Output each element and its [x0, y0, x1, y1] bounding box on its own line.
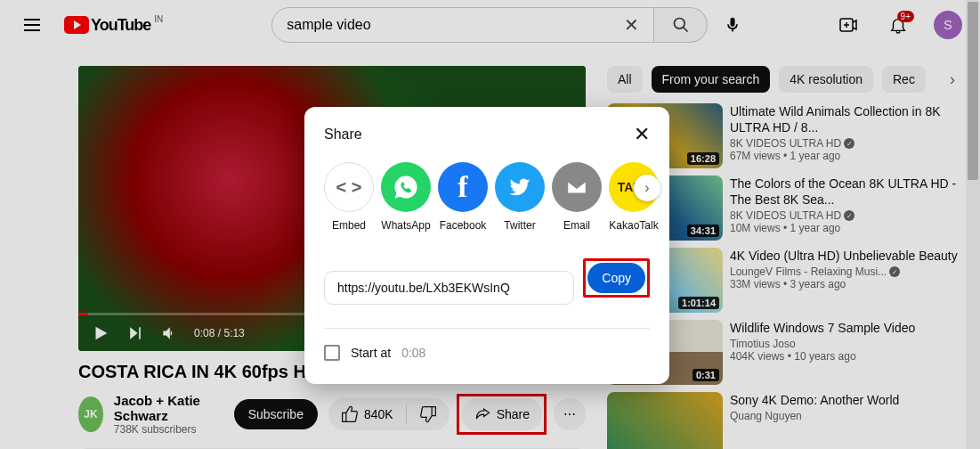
- clear-search-icon[interactable]: ✕: [624, 14, 639, 36]
- rec-title: Wildlife Windows 7 Sample Video: [730, 320, 959, 336]
- volume-button[interactable]: [160, 324, 178, 342]
- voice-search-button[interactable]: [715, 7, 750, 43]
- more-actions-button[interactable]: ⋯: [554, 398, 586, 430]
- chips-next-icon[interactable]: ›: [946, 67, 959, 93]
- share-icon: [474, 405, 491, 423]
- rec-title: Sony 4K Demo: Another World: [730, 392, 959, 408]
- thumbs-down-icon: [419, 405, 437, 423]
- thumbnail: [607, 392, 723, 449]
- account-avatar[interactable]: S: [930, 7, 966, 43]
- recommendation-item[interactable]: Sony 4K Demo: Another World Quang Nguyen: [607, 392, 959, 449]
- rec-title: Ultimate Wild Animals Collection in 8K U…: [730, 103, 959, 135]
- share-button[interactable]: Share: [461, 398, 542, 430]
- duration-badge: 1:01:14: [678, 297, 719, 309]
- copy-highlight-box: Copy: [583, 258, 650, 298]
- email-icon: [552, 162, 602, 212]
- share-embed[interactable]: < > Embed: [324, 162, 374, 232]
- share-label: Facebook: [440, 219, 487, 232]
- share-label: WhatsApp: [381, 219, 430, 232]
- search-box: ✕: [271, 7, 654, 43]
- share-facebook[interactable]: f Facebook: [438, 162, 488, 232]
- country-code: IN: [154, 14, 163, 24]
- channel-avatar[interactable]: JK: [78, 396, 103, 432]
- scrollbar-track[interactable]: [966, 0, 980, 449]
- whatsapp-icon: [381, 162, 431, 212]
- verified-icon: ✓: [844, 138, 854, 149]
- play-button[interactable]: [91, 323, 110, 343]
- thumbs-up-icon: [341, 405, 359, 423]
- logo-text: YouTube: [91, 16, 150, 35]
- share-url-box: [324, 271, 574, 305]
- like-count: 840K: [364, 407, 393, 421]
- rec-channel: LoungeV Films - Relaxing Musi...: [730, 265, 887, 278]
- channel-name[interactable]: Jacob + Katie Schwarz: [114, 393, 215, 423]
- time-display: 0:08 / 5:13: [194, 327, 245, 339]
- share-label: Email: [563, 219, 590, 232]
- rec-meta: 404K views • 10 years ago: [730, 350, 959, 363]
- share-highlight-box: Share: [457, 394, 547, 435]
- youtube-logo[interactable]: YouTube IN: [64, 16, 150, 35]
- svg-point-0: [674, 19, 684, 29]
- subscriber-count: 738K subscribers: [114, 423, 215, 436]
- rec-meta: 10M views • 1 year ago: [730, 222, 959, 234]
- embed-icon: < >: [324, 162, 374, 212]
- subscribe-button[interactable]: Subscribe: [234, 399, 318, 429]
- next-button[interactable]: [126, 324, 144, 342]
- share-label: Embed: [332, 219, 366, 232]
- svg-line-1: [683, 28, 687, 32]
- chip-4k[interactable]: 4K resolution: [779, 66, 873, 93]
- facebook-icon: f: [438, 162, 488, 212]
- share-url-input[interactable]: [337, 281, 564, 295]
- share-label: Twitter: [504, 219, 535, 232]
- like-dislike-pill: 840K: [328, 398, 450, 430]
- copy-button[interactable]: Copy: [587, 263, 645, 293]
- header: YouTube IN ✕ 9+ S: [0, 0, 980, 50]
- rec-channel: Quang Nguyen: [730, 410, 802, 422]
- search-input[interactable]: [287, 17, 624, 33]
- mic-icon: [724, 16, 741, 34]
- rec-channel: 8K VIDEOS ULTRA HD: [730, 137, 841, 150]
- share-label: Share: [497, 407, 530, 421]
- share-dialog: Share ✕ < > Embed WhatsApp f Facebook Tw…: [304, 107, 669, 384]
- share-email[interactable]: Email: [552, 162, 602, 232]
- rec-title: 4K Video (Ultra HD) Unbelievable Beauty: [730, 248, 959, 264]
- close-icon[interactable]: ✕: [634, 123, 650, 146]
- rec-meta: 67M views • 1 year ago: [730, 150, 959, 162]
- startat-time: 0:08: [401, 346, 425, 360]
- share-twitter[interactable]: Twitter: [495, 162, 545, 232]
- search-icon: [672, 16, 690, 34]
- play-icon: [64, 16, 89, 34]
- chip-all[interactable]: All: [607, 66, 643, 93]
- share-whatsapp[interactable]: WhatsApp: [381, 162, 431, 232]
- dislike-button[interactable]: [407, 398, 450, 430]
- chip-rec[interactable]: Rec: [882, 66, 926, 93]
- duration-badge: 16:28: [687, 152, 719, 165]
- create-icon: [838, 14, 859, 36]
- verified-icon: ✓: [844, 210, 854, 221]
- chip-from-search[interactable]: From your search: [652, 66, 771, 93]
- duration-badge: 0:31: [692, 369, 719, 381]
- duration-badge: 34:31: [687, 224, 719, 237]
- scrollbar-thumb[interactable]: [968, 2, 978, 180]
- rec-meta: 33M views • 3 years ago: [730, 278, 959, 290]
- like-button[interactable]: 840K: [328, 398, 406, 430]
- filter-chips: All From your search 4K resolution Rec ›: [607, 66, 959, 93]
- create-button[interactable]: [830, 7, 866, 43]
- share-label: KakaoTalk: [609, 219, 658, 232]
- avatar-letter: S: [934, 11, 962, 39]
- startat-label: Start at: [351, 346, 391, 360]
- notification-badge: 9+: [897, 11, 914, 22]
- rec-channel: 8K VIDEOS ULTRA HD: [730, 209, 841, 222]
- share-next-icon[interactable]: ›: [634, 175, 660, 201]
- twitter-icon: [495, 162, 545, 212]
- startat-checkbox[interactable]: [324, 345, 340, 361]
- hamburger-menu[interactable]: [14, 7, 50, 43]
- rec-title: The Colors of the Ocean 8K ULTRA HD - Th…: [730, 176, 959, 208]
- dialog-title: Share: [324, 127, 362, 143]
- notifications-button[interactable]: 9+: [880, 7, 916, 43]
- verified-icon: ✓: [889, 266, 900, 277]
- search-button[interactable]: [654, 7, 708, 43]
- rec-channel: Timotius Joso: [730, 338, 796, 350]
